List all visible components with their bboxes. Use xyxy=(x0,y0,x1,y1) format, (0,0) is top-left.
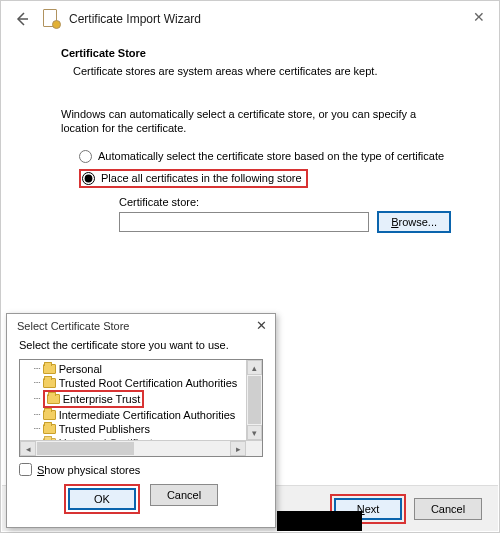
folder-icon xyxy=(43,378,56,388)
titlebar: Certificate Import Wizard ✕ xyxy=(1,1,499,37)
radio-place-label: Place all certificates in the following … xyxy=(101,172,302,184)
vertical-scrollbar[interactable]: ▴ ▾ xyxy=(246,360,262,440)
browse-button[interactable]: Browse... xyxy=(377,211,451,233)
cancel-button[interactable]: Cancel xyxy=(414,498,482,520)
folder-icon xyxy=(47,394,60,404)
scroll-down-icon[interactable]: ▾ xyxy=(247,425,262,440)
popup-titlebar: Select Certificate Store ✕ xyxy=(7,314,275,337)
wizard-window: Certificate Import Wizard ✕ Certificate … xyxy=(0,0,500,533)
show-physical-input[interactable] xyxy=(19,463,32,476)
help-text: Windows can automatically select a certi… xyxy=(61,107,451,136)
radio-auto[interactable]: Automatically select the certificate sto… xyxy=(79,150,451,163)
select-store-dialog: Select Certificate Store ✕ Select the ce… xyxy=(6,313,276,528)
content-area: Certificate Store Certificate stores are… xyxy=(1,37,499,233)
section-desc: Certificate stores are system areas wher… xyxy=(73,65,451,77)
tree-container: ┈ Personal ┈ Trusted Root Certification … xyxy=(19,359,263,457)
popup-title: Select Certificate Store xyxy=(17,320,130,332)
section-title: Certificate Store xyxy=(61,47,451,59)
store-input[interactable] xyxy=(119,212,369,232)
window-title: Certificate Import Wizard xyxy=(69,12,201,26)
scroll-right-icon[interactable]: ▸ xyxy=(230,441,246,456)
tree-item-personal[interactable]: ┈ Personal xyxy=(22,362,246,376)
hscroll-thumb[interactable] xyxy=(37,442,134,455)
folder-icon xyxy=(43,364,56,374)
certificate-icon xyxy=(43,9,61,29)
ok-highlight: OK xyxy=(64,484,140,514)
back-arrow-icon[interactable] xyxy=(11,8,33,30)
scroll-thumb[interactable] xyxy=(248,376,261,424)
scroll-up-icon[interactable]: ▴ xyxy=(247,360,262,375)
tree-item-untrusted[interactable]: ┈ Untrusted Certificates xyxy=(22,436,246,440)
folder-icon xyxy=(43,424,56,434)
radio-auto-input[interactable] xyxy=(79,150,92,163)
store-label: Certificate store: xyxy=(119,196,451,208)
horizontal-scrollbar[interactable]: ◂ ▸ xyxy=(20,440,262,456)
popup-cancel-button[interactable]: Cancel xyxy=(150,484,218,506)
show-physical-checkbox[interactable]: Show physical stores xyxy=(7,457,275,476)
tree-item-intermediate[interactable]: ┈ Intermediate Certification Authorities xyxy=(22,408,246,422)
store-block: Certificate store: Browse... xyxy=(119,196,451,233)
popup-close-icon[interactable]: ✕ xyxy=(256,318,267,333)
radio-place-input[interactable] xyxy=(82,172,95,185)
ok-button[interactable]: OK xyxy=(68,488,136,510)
tree-list[interactable]: ┈ Personal ┈ Trusted Root Certification … xyxy=(20,360,246,440)
scroll-left-icon[interactable]: ◂ xyxy=(20,441,36,456)
enterprise-trust-highlight: Enterprise Trust xyxy=(43,390,145,408)
radio-group: Automatically select the certificate sto… xyxy=(79,150,451,233)
tree-item-trusted-pub[interactable]: ┈ Trusted Publishers xyxy=(22,422,246,436)
popup-buttons: OK Cancel xyxy=(7,476,275,524)
tree-item-enterprise-trust[interactable]: ┈ Enterprise Trust xyxy=(22,390,246,408)
close-icon[interactable]: ✕ xyxy=(473,9,485,25)
folder-icon xyxy=(43,438,56,440)
radio-place-highlight: Place all certificates in the following … xyxy=(79,169,308,188)
tree-item-trusted-root[interactable]: ┈ Trusted Root Certification Authorities xyxy=(22,376,246,390)
radio-auto-label: Automatically select the certificate sto… xyxy=(98,150,444,162)
popup-desc: Select the certificate store you want to… xyxy=(7,337,275,359)
folder-icon xyxy=(43,410,56,420)
black-strip xyxy=(277,511,362,531)
